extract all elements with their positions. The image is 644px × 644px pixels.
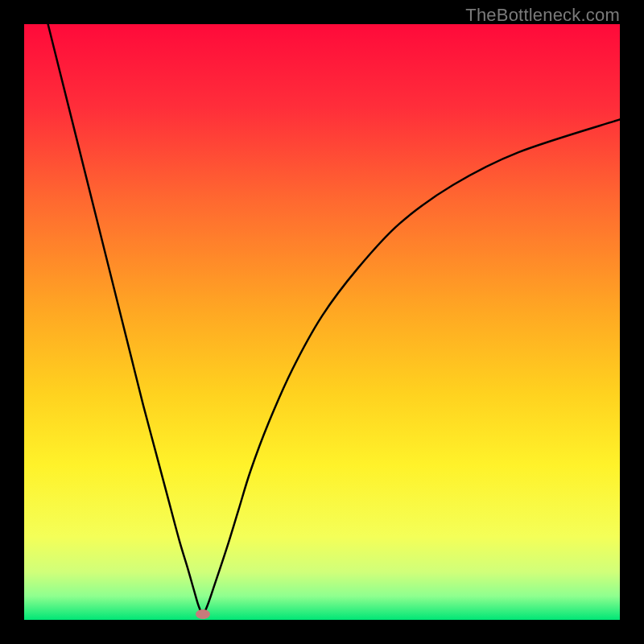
watermark-label: TheBottleneck.com bbox=[465, 5, 620, 26]
svg-rect-0 bbox=[24, 24, 620, 620]
plot-area bbox=[24, 24, 620, 620]
background-gradient bbox=[24, 24, 620, 620]
minimum-marker bbox=[196, 609, 210, 619]
chart-frame: TheBottleneck.com bbox=[0, 0, 644, 644]
